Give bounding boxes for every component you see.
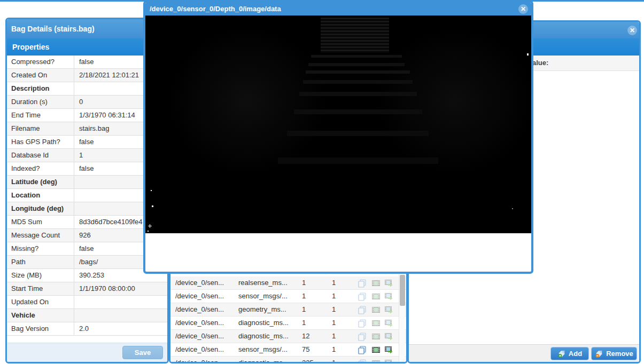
property-label: Has GPS Path? <box>11 136 74 148</box>
film-icon[interactable] <box>371 319 381 328</box>
value-dialog-footer: Add Remove <box>409 344 639 362</box>
film-icon[interactable] <box>371 359 381 363</box>
copy-icon[interactable] <box>358 345 367 354</box>
film-export-icon[interactable] <box>384 345 393 354</box>
close-icon[interactable]: ✕ <box>627 26 637 35</box>
property-row: Start Time 1/1/1970 08:00:00 <box>7 282 167 296</box>
film-export-icon[interactable] <box>384 332 393 341</box>
topic-message-count: 75 <box>302 343 329 356</box>
close-icon[interactable]: ✕ <box>518 4 528 14</box>
tag-add-icon <box>557 350 566 358</box>
film-export-icon[interactable] <box>384 319 393 328</box>
topic-name: /device_0/sen... <box>175 290 233 303</box>
topic-type: geometry_ms... <box>238 303 298 316</box>
property-label: Indexed? <box>11 162 74 175</box>
topic-name: /device_0/sen... <box>175 330 233 343</box>
topic-row[interactable]: /device_0/sen... diagnostic_ms... 1 1 <box>170 316 406 330</box>
property-label: Compressed? <box>11 56 74 68</box>
image-viewer-titlebar[interactable]: /device_0/sensor_0/Depth_0/image/data ✕ <box>145 3 531 15</box>
save-button[interactable]: Save <box>122 346 163 359</box>
copy-icon[interactable] <box>358 305 367 314</box>
topic-name: /device_0/sen... <box>175 276 233 289</box>
bag-details-footer: Save <box>7 343 167 362</box>
topic-type: diagnostic_ms... <box>238 316 298 329</box>
property-label: Updated On <box>11 296 74 308</box>
bag-details-title: Bag Details (stairs.bag) <box>11 25 95 33</box>
film-export-icon[interactable] <box>384 292 393 301</box>
depth-image <box>145 15 531 233</box>
topic-row[interactable]: /device_0/sen... diagnostic_ms... 225 1 <box>170 357 406 363</box>
film-export-icon[interactable] <box>384 305 393 314</box>
film-icon[interactable] <box>371 292 381 301</box>
property-label: Longitude (deg) <box>11 202 74 215</box>
topic-frequency: 1 <box>332 276 353 289</box>
property-label: Location <box>11 189 74 202</box>
properties-panel-title: Properties <box>12 43 49 51</box>
property-label: Message Count <box>11 229 74 242</box>
property-label: Duration (s) <box>11 96 74 108</box>
topic-row[interactable]: /device_0/sen... diagnostic_ms... 12 1 <box>170 330 406 343</box>
property-label: Database Id <box>11 149 74 162</box>
property-label: Size (MB) <box>11 269 74 282</box>
film-export-icon[interactable] <box>384 279 393 288</box>
property-label: Vehicle <box>11 309 74 322</box>
copy-icon[interactable] <box>358 279 367 288</box>
property-label: Start Time <box>11 282 74 295</box>
property-label: Description <box>11 82 74 95</box>
property-label: Path <box>11 256 74 268</box>
scrollbar-thumb[interactable] <box>400 275 405 306</box>
copy-icon[interactable] <box>358 332 367 341</box>
topic-name: /device_0/sen... <box>175 303 233 316</box>
property-label: Bag Version <box>11 322 74 335</box>
topic-type: sensor_msgs/... <box>238 343 298 356</box>
topic-type: diagnostic_ms... <box>238 330 298 343</box>
remove-button[interactable]: Remove <box>591 347 637 360</box>
topic-message-count: 1 <box>302 290 329 303</box>
property-label: End Time <box>11 109 74 122</box>
topics-scrollbar[interactable] <box>399 274 405 362</box>
image-viewer-title: /device_0/sensor_0/Depth_0/image/data <box>150 5 281 13</box>
topic-message-count: 1 <box>302 276 329 289</box>
tag-remove-icon <box>595 350 603 358</box>
image-viewer-modal: /device_0/sensor_0/Depth_0/image/data ✕ <box>143 1 533 274</box>
topic-row[interactable]: /device_0/sen... sensor_msgs/... 1 1 <box>170 290 406 303</box>
film-icon[interactable] <box>371 332 381 341</box>
property-row: Updated On <box>7 296 167 309</box>
property-label: Created On <box>11 69 74 82</box>
property-label: Missing? <box>11 242 74 255</box>
property-label: Latitude (deg) <box>11 176 74 188</box>
topic-type: realsense_ms... <box>238 276 298 289</box>
property-label: MD5 Sum <box>11 216 74 228</box>
topic-message-count: 1 <box>302 316 329 329</box>
copy-icon[interactable] <box>358 292 367 301</box>
add-button[interactable]: Add <box>550 347 589 360</box>
property-row: Bag Version 2.0 <box>7 322 167 336</box>
topic-frequency: 1 <box>332 290 353 303</box>
property-row: Vehicle <box>7 309 167 322</box>
topic-frequency: 1 <box>332 316 353 329</box>
topic-row[interactable]: /device_0/sen... geometry_ms... 1 1 <box>170 303 406 316</box>
add-button-label: Add <box>569 350 582 358</box>
topic-message-count: 225 <box>302 357 329 363</box>
copy-icon[interactable] <box>358 319 367 328</box>
property-value[interactable]: 1/1/1970 08:00:00 <box>79 282 167 295</box>
topic-type: diagnostic_ms... <box>238 357 298 363</box>
property-label: Filename <box>11 122 74 135</box>
topic-message-count: 12 <box>302 330 329 343</box>
copy-icon[interactable] <box>358 359 367 363</box>
topic-row[interactable]: /device_0/sen... sensor_msgs/... 75 1 <box>170 343 406 357</box>
property-value[interactable]: 2.0 <box>79 322 167 335</box>
film-export-icon[interactable] <box>384 359 393 363</box>
topic-frequency: 1 <box>332 357 353 363</box>
topic-row[interactable]: /device_0/sen... realsense_ms... 1 1 <box>170 276 406 290</box>
film-icon[interactable] <box>371 305 381 314</box>
topic-name: /device_0/sen... <box>175 357 233 363</box>
topic-frequency: 1 <box>332 330 353 343</box>
topic-frequency: 1 <box>332 303 353 316</box>
film-icon[interactable] <box>371 279 381 288</box>
remove-button-label: Remove <box>606 350 633 358</box>
film-icon[interactable] <box>371 345 381 354</box>
topic-name: /device_0/sen... <box>175 316 233 329</box>
topic-type: sensor_msgs/... <box>238 290 298 303</box>
topic-frequency: 1 <box>332 343 353 356</box>
